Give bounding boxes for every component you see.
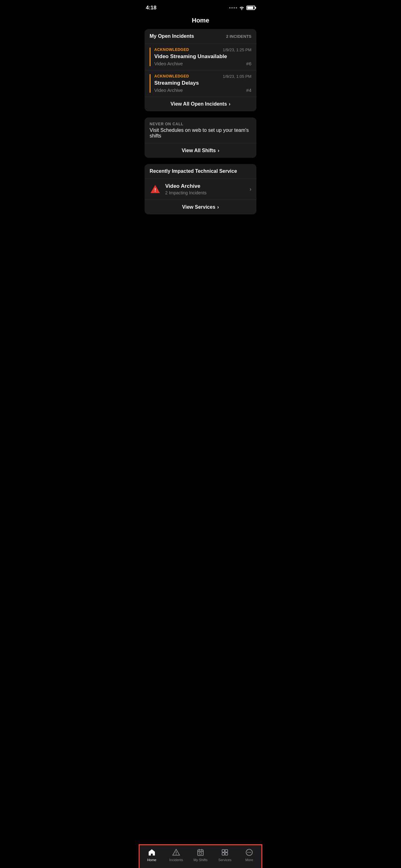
open-incidents-card: My Open Incidents 2 INCIDENTS ACKNOWLEDG…	[144, 29, 257, 111]
signal-icon	[229, 7, 237, 8]
view-all-shifts-button[interactable]: View All Shifts ›	[144, 144, 257, 158]
view-services-chevron: ›	[218, 204, 219, 210]
open-incidents-header: My Open Incidents 2 INCIDENTS	[144, 29, 257, 44]
recently-impacted-header: Recently Impacted Technical Service	[144, 164, 257, 179]
view-services-button[interactable]: View Services ›	[144, 200, 257, 214]
incident-number-1: #6	[246, 61, 252, 66]
incident-service-row-1: Video Archive #6	[154, 61, 252, 66]
services-card: Recently Impacted Technical Service ! Vi…	[144, 164, 257, 214]
view-all-incidents-label: View All Open Incidents	[170, 101, 227, 107]
incident-timestamp-1: 1/9/23, 1:25 PM	[223, 48, 252, 52]
view-services-label: View Services	[182, 204, 215, 210]
incident-service-row-2: Video Archive #4	[154, 88, 252, 93]
service-info-1: Video Archive 2 Impacting Incidents	[165, 183, 249, 195]
view-all-incidents-chevron: ›	[229, 101, 231, 107]
wifi-icon	[239, 6, 244, 10]
open-incidents-title: My Open Incidents	[149, 33, 194, 39]
incident-title-1: Video Streaming Unavailable	[154, 54, 252, 60]
service-item-chevron: ›	[249, 186, 252, 192]
svg-text:!: !	[154, 187, 156, 193]
incident-timestamp-2: 1/9/23, 1:05 PM	[223, 74, 252, 79]
status-icons	[229, 6, 255, 10]
service-item-1[interactable]: ! Video Archive 2 Impacting Incidents ›	[144, 179, 257, 200]
svg-point-0	[241, 9, 242, 10]
battery-icon	[246, 6, 255, 10]
incident-number-2: #4	[246, 88, 252, 93]
incident-status-1: ACKNOWLEDGED	[154, 48, 189, 52]
incident-content-2: ACKNOWLEDGED 1/9/23, 1:05 PM Streaming D…	[154, 74, 252, 93]
incident-content-1: ACKNOWLEDGED 1/9/23, 1:25 PM Video Strea…	[154, 48, 252, 66]
service-name-1: Video Archive	[165, 183, 249, 189]
incident-row-top-1: ACKNOWLEDGED 1/9/23, 1:25 PM	[154, 48, 252, 52]
incidents-badge: 2 INCIDENTS	[226, 34, 252, 39]
orange-bar-1	[149, 48, 151, 66]
view-all-shifts-chevron: ›	[218, 148, 219, 153]
service-sub-1: 2 Impacting Incidents	[165, 190, 249, 195]
page-title: Home	[140, 14, 261, 29]
incident-service-2: Video Archive	[154, 88, 183, 93]
incident-title-2: Streaming Delays	[154, 80, 252, 86]
orange-bar-2	[149, 74, 151, 93]
status-time: 4:18	[146, 5, 157, 11]
incident-service-1: Video Archive	[154, 61, 183, 66]
recently-impacted-title: Recently Impacted Technical Service	[149, 168, 252, 174]
incident-status-2: ACKNOWLEDGED	[154, 74, 189, 79]
view-all-incidents-button[interactable]: View All Open Incidents ›	[144, 97, 257, 111]
main-content: My Open Incidents 2 INCIDENTS ACKNOWLEDG…	[140, 29, 261, 214]
warning-icon: !	[149, 184, 161, 195]
status-bar: 4:18	[140, 0, 261, 14]
never-on-call-label: NEVER ON CALL	[149, 122, 252, 126]
incident-item-2[interactable]: ACKNOWLEDGED 1/9/23, 1:05 PM Streaming D…	[144, 70, 257, 97]
incident-item-1[interactable]: ACKNOWLEDGED 1/9/23, 1:25 PM Video Strea…	[144, 44, 257, 70]
shifts-card: NEVER ON CALL Visit Schedules on web to …	[144, 118, 257, 158]
never-on-call-section: NEVER ON CALL Visit Schedules on web to …	[144, 118, 257, 144]
never-on-call-text: Visit Schedules on web to set up your te…	[149, 127, 252, 139]
incident-row-top-2: ACKNOWLEDGED 1/9/23, 1:05 PM	[154, 74, 252, 79]
view-all-shifts-label: View All Shifts	[182, 148, 216, 153]
